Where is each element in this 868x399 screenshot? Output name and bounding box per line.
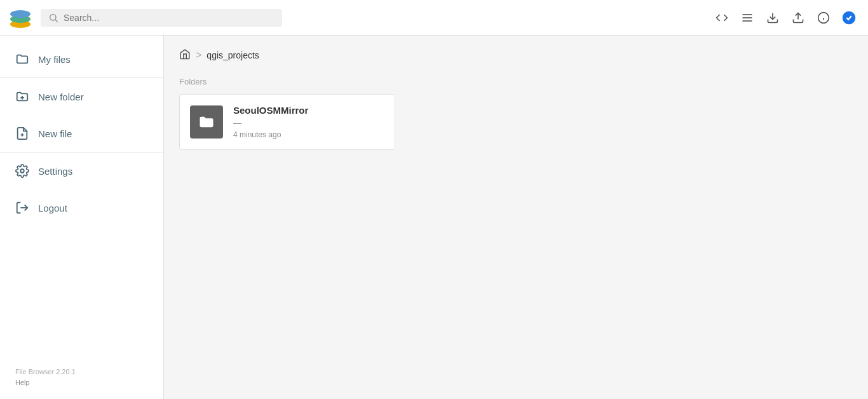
folder-icon: [15, 52, 29, 66]
sidebar-label-new-folder: New folder: [38, 91, 84, 102]
sidebar-label-new-file: New file: [38, 128, 72, 139]
sidebar-item-logout[interactable]: Logout: [0, 189, 163, 226]
folder-card-icon: [198, 113, 215, 131]
sidebar-label-my-files: My files: [38, 54, 71, 65]
main-layout: My files New folder New file: [0, 36, 868, 399]
svg-line-4: [55, 20, 58, 22]
download-button[interactable]: [761, 6, 784, 29]
sidebar-footer: File Browser 2.20.1 Help: [0, 356, 163, 399]
app-logo: [8, 5, 33, 30]
logout-icon: [15, 201, 29, 215]
folder-info: SeoulOSMMirror — 4 minutes ago: [233, 105, 308, 139]
app-header: [0, 0, 868, 36]
folder-card[interactable]: SeoulOSMMirror — 4 minutes ago: [179, 94, 395, 150]
sidebar-item-my-files[interactable]: My files: [0, 41, 163, 78]
breadcrumb-separator: >: [196, 50, 201, 61]
folder-dash: —: [233, 118, 308, 128]
list-view-icon: [741, 11, 754, 24]
folders-grid: SeoulOSMMirror — 4 minutes ago: [179, 94, 853, 150]
upload-button[interactable]: [787, 6, 810, 29]
folder-time: 4 minutes ago: [233, 130, 308, 139]
new-folder-icon: [15, 90, 29, 104]
settings-icon: [15, 164, 29, 178]
upload-icon: [792, 11, 804, 24]
svg-point-3: [50, 14, 56, 20]
svg-point-2: [10, 10, 31, 18]
sidebar: My files New folder New file: [0, 36, 164, 399]
sidebar-label-logout: Logout: [38, 203, 67, 213]
new-file-icon: [15, 126, 29, 140]
sidebar-item-settings[interactable]: Settings: [0, 152, 163, 189]
breadcrumb-home[interactable]: [179, 48, 191, 62]
header-actions: [710, 6, 860, 29]
sidebar-label-settings: Settings: [38, 166, 72, 177]
check-button[interactable]: [837, 6, 860, 29]
folder-icon-box: [190, 105, 223, 139]
svg-point-18: [20, 169, 24, 173]
info-button[interactable]: [812, 6, 835, 29]
breadcrumb-current: qgis_projects: [207, 50, 259, 60]
search-input[interactable]: [64, 13, 275, 23]
version-text: File Browser 2.20.1: [15, 367, 148, 378]
help-link[interactable]: Help: [15, 377, 148, 389]
info-icon: [817, 11, 830, 24]
sidebar-item-new-folder[interactable]: New folder: [0, 78, 163, 115]
folders-section: Folders SeoulOSMMirror — 4 minutes ago: [179, 77, 853, 150]
search-icon: [48, 13, 58, 23]
home-icon: [179, 48, 191, 60]
content-area: > qgis_projects Folders SeoulOSMMirror —: [164, 36, 868, 399]
breadcrumb: > qgis_projects: [179, 48, 853, 62]
search-bar[interactable]: [41, 9, 282, 27]
code-button[interactable]: [710, 6, 733, 29]
folders-section-label: Folders: [179, 77, 853, 86]
list-view-button[interactable]: [736, 6, 759, 29]
code-icon: [715, 11, 728, 24]
download-icon: [766, 11, 779, 24]
folder-name: SeoulOSMMirror: [233, 105, 308, 116]
checkmark-icon: [842, 11, 856, 25]
sidebar-item-new-file[interactable]: New file: [0, 115, 163, 152]
